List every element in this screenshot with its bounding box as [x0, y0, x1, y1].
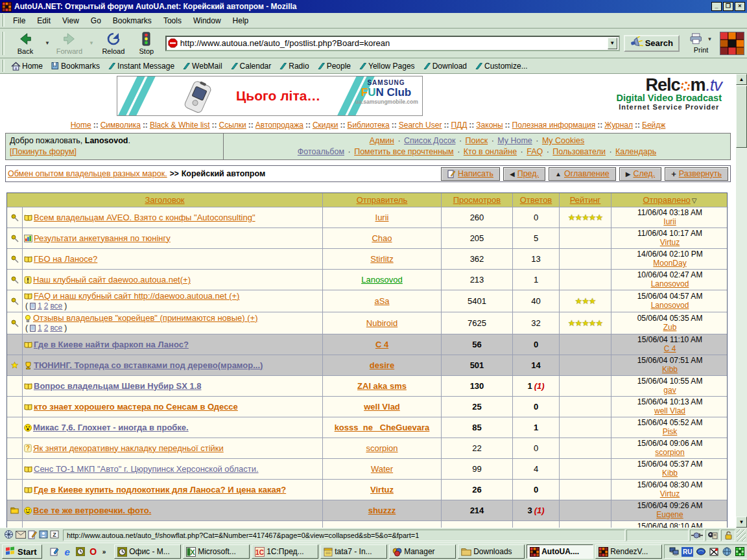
relcom-logo[interactable]: Relcm.tv Digital Video Broadcast Interne… [617, 76, 722, 111]
site-nav-link-3[interactable]: Ссылки [219, 121, 246, 130]
action-button-expand[interactable]: +Развернуть [665, 167, 728, 181]
topic-title-link[interactable]: Где в Киеве купить подлокотник для Ланос… [34, 485, 286, 495]
quick-launch-overflow-chevron[interactable]: » [102, 548, 106, 555]
url-input[interactable] [180, 38, 608, 48]
topic-title-link[interactable]: ТЮНИНГ. Торпеда со вставками под дерево(… [34, 361, 263, 370]
sender-link[interactable]: aSa [374, 296, 389, 306]
last-poster-link[interactable]: Lanosovod [651, 279, 689, 288]
topic-title-link[interactable]: ГБО на Ланосе? [34, 255, 97, 264]
topic-title-link[interactable]: Результати анкетування по тюнінгу [34, 234, 171, 243]
menu-window[interactable]: Window [187, 14, 227, 27]
topic-title-link[interactable]: Микас 7,6. Глохнет - иногда в пробке. [33, 423, 189, 432]
site-nav-link-5[interactable]: Скидки [313, 121, 338, 130]
scroll-down-button[interactable]: ▼ [736, 517, 747, 528]
sender-link[interactable]: desire [370, 360, 394, 370]
site-nav-link-10[interactable]: Полезная информация [512, 121, 596, 130]
personal-toolbar-item-people[interactable]: People [313, 60, 355, 72]
globe-icon[interactable] [722, 546, 732, 557]
menu-help[interactable]: Help [227, 14, 255, 27]
site-nav-link-4[interactable]: Автопродажа [255, 121, 303, 130]
sender-link[interactable]: Iurii [375, 213, 389, 222]
task-button-mozilla[interactable]: RendezV... [595, 544, 662, 559]
personal-toolbar-item-yellow-pages[interactable]: Yellow Pages [355, 60, 419, 72]
last-poster-link[interactable]: Kibb [662, 469, 678, 478]
task-button-manager[interactable]: Manager [389, 544, 456, 559]
sender-link[interactable]: Chao [372, 233, 392, 243]
menu-edit[interactable]: Edit [31, 14, 56, 27]
topic-title-link[interactable]: В гости к богу не бывает опозданий... [34, 527, 180, 528]
last-poster-link[interactable]: Eugene [656, 510, 683, 519]
last-poster-link[interactable]: Virtuz [660, 489, 680, 498]
menu-bookmarks[interactable]: Bookmarks [107, 14, 158, 27]
personal-toolbar-item-download[interactable]: Download [419, 60, 471, 72]
last-poster-link[interactable]: C 4 [664, 344, 676, 353]
print-dropdown[interactable]: ▼ [707, 36, 713, 42]
action-button-toc[interactable]: ▲Оглавление [549, 167, 616, 181]
start-button[interactable]: Start [2, 544, 42, 559]
user-menu-link[interactable]: Пользователи [552, 147, 606, 156]
sender-link[interactable]: scorpion [366, 443, 397, 453]
close-button[interactable]: × [735, 2, 745, 11]
sender-link[interactable]: kosss_ne_ CheGuevara [335, 423, 430, 432]
user-menu-link[interactable]: Кто в онлайне [464, 147, 517, 156]
page-link[interactable]: 2 [44, 323, 49, 332]
task-button-notes[interactable]: tata7 - In... [320, 544, 387, 559]
column-header-link[interactable]: Рейтинг [570, 195, 601, 205]
forward-button[interactable]: Forward [51, 30, 88, 57]
reload-button[interactable]: Reload [95, 30, 132, 57]
topic-title-link[interactable]: Як зняти декоративну накладку передньої … [33, 444, 224, 453]
site-nav-link-0[interactable]: Home [71, 121, 91, 130]
mail-watch-icon[interactable] [709, 546, 719, 557]
page-link[interactable]: 1 [38, 301, 42, 310]
site-nav-link-1[interactable]: Символика [101, 121, 141, 130]
action-button-next[interactable]: ▶След. [619, 167, 661, 181]
user-menu-link[interactable]: Админ [370, 136, 394, 145]
resize-grip[interactable] [737, 530, 746, 541]
topic-title-link[interactable]: Где в Киеве найти фаркоп на Ланос? [34, 340, 189, 349]
samsung-banner[interactable]: Цього літа… SAMSUNG FUN Club ua.samsungm… [117, 76, 423, 116]
breadcrumb-parent-link[interactable]: Обмен опытом владельцев разных марок. [8, 169, 167, 178]
download-manager-icon[interactable] [696, 546, 706, 557]
last-poster-link[interactable]: well Vlad [654, 406, 685, 415]
site-nav-link-6[interactable]: Библиотека [348, 121, 390, 130]
opera-icon[interactable]: O [88, 546, 99, 557]
maximize-button[interactable]: ❐ [723, 2, 733, 11]
page-link[interactable]: 2 [44, 301, 49, 310]
component-bar-icon[interactable] [706, 530, 720, 541]
user-menu-link[interactable]: My Cookies [542, 136, 584, 145]
site-nav-link-7[interactable]: Search User [399, 121, 442, 130]
mail-icon[interactable] [16, 531, 26, 541]
page-link[interactable]: 1 [38, 323, 42, 332]
user-menu-link[interactable]: Календарь [615, 147, 656, 156]
user-menu-link[interactable]: Поиск [466, 136, 488, 145]
topic-title-link[interactable]: Сенс ТО-1 МКП "Авто" г. Цюрупинск Херсон… [34, 465, 259, 474]
personal-toolbar-item-radio[interactable]: Radio [275, 60, 313, 72]
menu-tools[interactable]: Tools [158, 14, 187, 27]
sender-link[interactable]: well Vlad [364, 402, 400, 412]
column-header-link[interactable]: Просмотров [453, 195, 501, 205]
site-nav-link-11[interactable]: Журнал [604, 121, 633, 130]
stop-button[interactable]: Stop [132, 30, 161, 57]
user-menu-link[interactable]: My Home [497, 136, 532, 145]
column-header-link[interactable]: Заголовок [145, 195, 184, 205]
task-button-onec[interactable]: 1С1С:Пред... [252, 544, 318, 559]
office-clock-icon[interactable] [75, 546, 86, 557]
site-nav-link-8[interactable]: ПДД [451, 121, 467, 130]
last-poster-link[interactable]: Zub [663, 323, 677, 332]
sender-link[interactable]: Virtuz [370, 485, 394, 495]
site-nav-link-12[interactable]: Бейдж [642, 121, 665, 130]
scrollbar-thumb[interactable] [736, 86, 747, 148]
sender-link[interactable]: 13si62u [367, 526, 397, 528]
user-menu-link[interactable]: Фотоальбом [298, 147, 344, 156]
sender-link[interactable]: Nubiroid [366, 318, 397, 328]
site-nav-link-2[interactable]: Black & White list [150, 121, 210, 130]
topic-title-link[interactable]: кто знает хорошего мастера по Сенсам в О… [34, 402, 238, 412]
column-header-link[interactable]: Отправлено [643, 195, 690, 205]
network-icon[interactable] [669, 546, 679, 557]
addressbook-icon[interactable] [39, 530, 48, 541]
personal-toolbar-item-home[interactable]: Home [7, 60, 47, 72]
user-menu-link[interactable]: Список Досок [404, 136, 455, 145]
last-poster-link[interactable]: scorpion [655, 448, 684, 457]
toolbar-grippy[interactable] [1, 32, 5, 55]
toolbar-grippy[interactable] [1, 14, 5, 26]
